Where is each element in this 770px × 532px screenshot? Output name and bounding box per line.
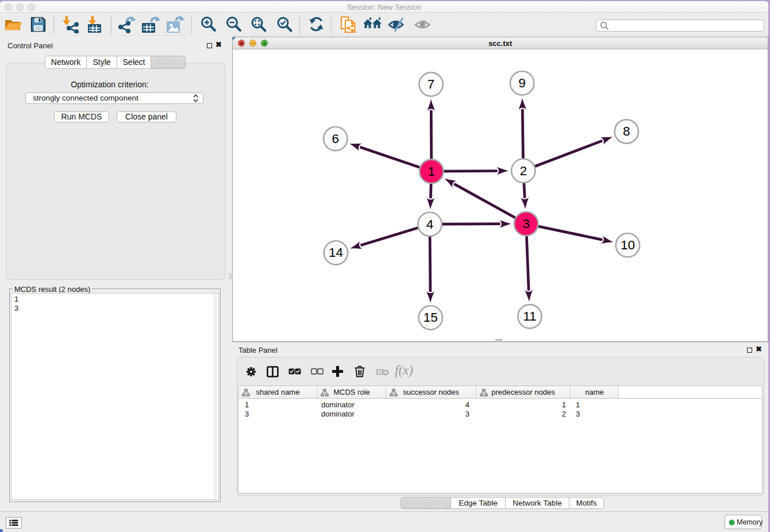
svg-text:2: 2: [519, 164, 527, 178]
svg-text:11: 11: [523, 309, 536, 323]
svg-text:14: 14: [329, 245, 343, 260]
svg-text:10: 10: [621, 238, 635, 252]
svg-text:4: 4: [426, 217, 434, 232]
svg-text:6: 6: [332, 132, 340, 146]
svg-text:1: 1: [428, 164, 436, 179]
svg-text:15: 15: [424, 310, 438, 325]
svg-text:3: 3: [522, 217, 530, 231]
svg-text:7: 7: [428, 77, 435, 91]
svg-text:8: 8: [623, 124, 630, 138]
svg-text:9: 9: [518, 76, 526, 90]
